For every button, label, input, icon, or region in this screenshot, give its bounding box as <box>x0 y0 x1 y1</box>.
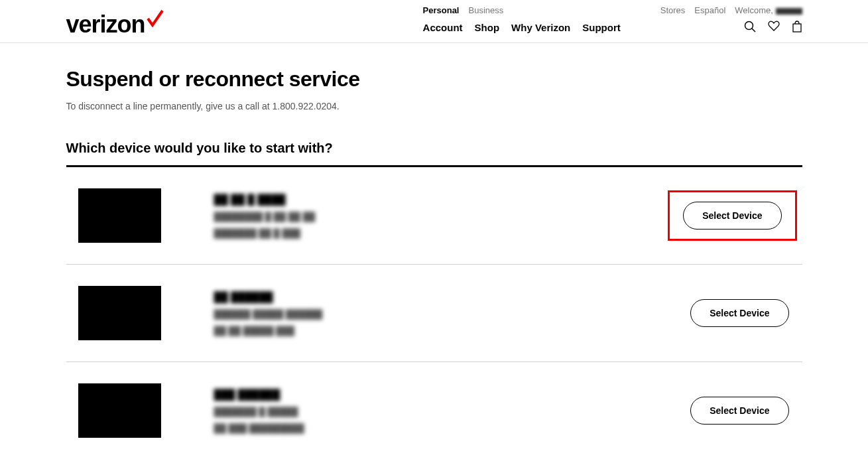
device-thumbnail <box>78 286 161 340</box>
svg-line-1 <box>752 29 755 32</box>
select-device-button[interactable]: Select Device <box>683 202 781 230</box>
link-stores[interactable]: Stores <box>660 5 686 15</box>
device-detail-1: ██████ █████ ██████ <box>214 309 664 319</box>
page-title: Suspend or reconnect service <box>66 67 802 92</box>
device-name: ██ ██████ <box>214 291 664 302</box>
device-detail-1: ████████ █ ██ ██ ██ <box>214 212 642 222</box>
nav-support[interactable]: Support <box>582 22 621 33</box>
nav-shop[interactable]: Shop <box>475 22 500 33</box>
user-name-redacted <box>776 8 802 15</box>
device-row: ██ ██ █ ████ ████████ █ ██ ██ ██ ███████… <box>66 167 802 265</box>
device-row: ███ ██████ ███████ █ █████ ██ ███ ██████… <box>66 362 802 459</box>
device-row: ██ ██████ ██████ █████ ██████ ██ ██ ████… <box>66 265 802 362</box>
brand-name: verizon <box>66 11 145 38</box>
link-espanol[interactable]: Español <box>694 5 725 15</box>
nav-why-verizon[interactable]: Why Verizon <box>511 22 570 33</box>
brand-logo[interactable]: verizon <box>66 5 164 38</box>
audience-tabs: Personal Business <box>423 5 621 15</box>
select-device-button[interactable]: Select Device <box>690 299 788 327</box>
highlight-annotation: Select Device <box>668 190 796 241</box>
search-icon[interactable] <box>744 21 756 33</box>
primary-nav: Account Shop Why Verizon Support <box>423 22 621 42</box>
device-thumbnail <box>78 188 161 243</box>
heart-icon[interactable] <box>768 21 780 33</box>
link-welcome[interactable]: Welcome, <box>735 5 802 15</box>
bag-icon[interactable] <box>792 21 802 33</box>
device-name: ███ ██████ <box>214 389 664 400</box>
tab-personal[interactable]: Personal <box>423 5 460 15</box>
nav-account[interactable]: Account <box>423 22 463 33</box>
svg-point-0 <box>745 22 753 30</box>
device-detail-2: ███████ ██ █ ███ <box>214 228 642 238</box>
device-thumbnail <box>78 383 161 438</box>
utility-nav: Stores Español Welcome, <box>660 5 802 15</box>
device-detail-1: ███████ █ █████ <box>214 407 664 417</box>
section-title: Which device would you like to start wit… <box>66 141 802 156</box>
device-name: ██ ██ █ ████ <box>214 194 642 205</box>
page-subtitle: To disconnect a line permanently, give u… <box>66 101 802 111</box>
device-detail-2: ██ ███ █████████ <box>214 423 664 433</box>
verizon-check-icon <box>147 9 164 28</box>
device-detail-2: ██ ██ █████ ███ <box>214 326 664 336</box>
site-header: verizon Personal Business Account Shop W… <box>0 0 868 43</box>
main-content: Suspend or reconnect service To disconne… <box>36 43 832 461</box>
select-device-button[interactable]: Select Device <box>690 397 788 425</box>
svg-rect-2 <box>793 24 801 32</box>
tab-business[interactable]: Business <box>468 5 503 15</box>
